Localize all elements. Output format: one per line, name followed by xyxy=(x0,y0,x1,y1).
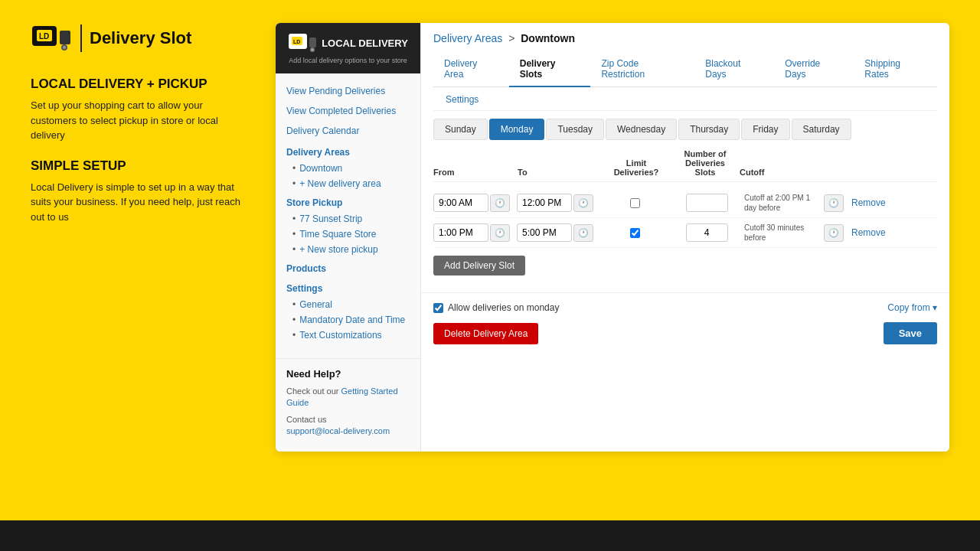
svg-rect-9 xyxy=(309,37,316,47)
svg-rect-3 xyxy=(60,31,70,44)
app-window: LD LOCAL DELIVERY Add local delivery opt… xyxy=(276,23,949,452)
feature-heading-2: SIMPLE SETUP xyxy=(31,158,245,174)
day-tab-friday[interactable]: Friday xyxy=(741,119,789,140)
slot2-limit-checkbox[interactable] xyxy=(630,228,640,238)
col-header-slots3: Slots xyxy=(671,168,740,177)
slot1-slots-cell xyxy=(672,194,741,212)
sidebar-help-title: Need Help? xyxy=(286,368,410,380)
sidebar-navigation: View Pending Deliveries View Completed D… xyxy=(276,73,420,350)
footer-right: Copy from ▾ xyxy=(887,302,937,313)
sidebar-section-delivery-areas: Delivery Areas xyxy=(276,141,420,161)
sidebar-logo-icon: LD xyxy=(288,32,317,54)
slot1-to-clock[interactable]: 🕐 xyxy=(573,194,593,212)
breadcrumb: Delivery Areas > Downtown xyxy=(433,32,937,44)
slot2-cutoff-text: Cutoff 30 minutes before xyxy=(744,223,821,243)
slot2-to-clock[interactable]: 🕐 xyxy=(573,224,593,242)
sidebar-item-text-customizations[interactable]: Text Customizations xyxy=(276,328,420,343)
sidebar-item-downtown[interactable]: Downtown xyxy=(276,161,420,176)
tab-zip-code[interactable]: Zip Code Restriction xyxy=(590,52,694,87)
slot2-from-group: 🕐 xyxy=(433,223,514,242)
slot1-remove-link[interactable]: Remove xyxy=(851,197,886,208)
copy-from-link[interactable]: Copy from ▾ xyxy=(887,302,937,313)
day-tab-monday[interactable]: Monday xyxy=(489,119,545,140)
settings-link[interactable]: Settings xyxy=(446,94,479,105)
slot2-cutoff-cell: Cutoff 30 minutes before 🕐 xyxy=(744,223,844,243)
slots-table-header: From To Limit Deliveries? Number of Deli… xyxy=(433,149,937,182)
slot2-to-input[interactable] xyxy=(517,223,572,242)
breadcrumb-link[interactable]: Delivery Areas xyxy=(433,32,502,44)
tab-delivery-area[interactable]: Delivery Area xyxy=(433,52,509,87)
delete-delivery-area-button[interactable]: Delete Delivery Area xyxy=(433,323,538,344)
feature-heading-1: LOCAL DELIVERY + PICKUP xyxy=(31,77,245,92)
svg-point-5 xyxy=(63,46,66,49)
sidebar-help-contact: Contact ussupport@local-delivery.com xyxy=(286,414,410,438)
col-header-slots2: Deliveries xyxy=(671,158,740,168)
sidebar-item-new-store[interactable]: + New store pickup xyxy=(276,242,420,257)
day-tab-saturday[interactable]: Saturday xyxy=(792,119,851,140)
slots-table: From To Limit Deliveries? Number of Deli… xyxy=(421,140,949,285)
allow-deliveries-checkbox[interactable] xyxy=(433,303,443,313)
feature-desc-1: Set up your shopping cart to allow your … xyxy=(31,98,245,143)
sidebar-link-completed[interactable]: View Completed Deliveries xyxy=(276,101,420,121)
footer-bar xyxy=(0,520,980,551)
tab-delivery-slots[interactable]: Delivery Slots xyxy=(509,52,591,87)
slot1-from-clock[interactable]: 🕐 xyxy=(490,194,510,212)
sidebar-logo-box: LD LOCAL DELIVERY Add local delivery opt… xyxy=(276,23,420,73)
tab-override-days[interactable]: Override Days xyxy=(774,52,854,87)
sidebar-link-pending[interactable]: View Pending Deliveries xyxy=(276,81,420,101)
slot1-cutoff-text: Cutoff at 2:00 PM 1 day before xyxy=(744,193,821,213)
sidebar-section-store-pickup: Store Pickup xyxy=(276,191,420,211)
col-header-to: To xyxy=(518,168,602,177)
footer-actions: Allow deliveries on monday Copy from ▾ xyxy=(421,292,949,322)
app-main-content: Delivery Areas > Downtown Delivery Area … xyxy=(421,23,949,452)
slot2-slots-input[interactable] xyxy=(686,223,728,242)
tab-blackout-days[interactable]: Blackout Days xyxy=(694,52,774,87)
slot2-slots-cell xyxy=(672,223,741,242)
allow-deliveries-row: Allow deliveries on monday xyxy=(433,302,559,313)
day-tabs: Sunday Monday Tuesday Wednesday Thursday… xyxy=(421,111,949,140)
day-tab-wednesday[interactable]: Wednesday xyxy=(606,119,677,140)
col-header-from: From xyxy=(433,168,518,177)
col-header-cutoff: Cutoff xyxy=(740,168,839,177)
main-logo-area: LD Delivery Slot xyxy=(31,23,245,54)
sidebar-item-mandatory[interactable]: Mandatory Date and Time xyxy=(276,312,420,328)
slot1-cutoff-clock[interactable]: 🕐 xyxy=(824,194,844,212)
slot2-from-input[interactable] xyxy=(433,223,488,242)
sidebar-item-times-square[interactable]: Time Square Store xyxy=(276,227,420,242)
slot2-remove-link[interactable]: Remove xyxy=(851,227,886,238)
slot-row-2: 🕐 🕐 xyxy=(433,218,937,248)
delivery-header: Delivery Areas > Downtown Delivery Area … xyxy=(421,23,949,111)
app-sidebar: LD LOCAL DELIVERY Add local delivery opt… xyxy=(276,23,421,452)
slot1-limit-checkbox[interactable] xyxy=(630,198,640,208)
slot2-from-clock[interactable]: 🕐 xyxy=(490,224,510,242)
col-header-limit2: Deliveries? xyxy=(602,168,671,177)
svg-point-11 xyxy=(312,49,314,51)
svg-text:LD: LD xyxy=(293,39,300,44)
footer-left: Allow deliveries on monday xyxy=(433,302,559,313)
slot2-cutoff-clock[interactable]: 🕐 xyxy=(824,224,844,242)
sidebar-help-getting-started: Check out our Getting Started Guide xyxy=(286,386,410,409)
col-header-limit1: Limit xyxy=(602,158,671,168)
settings-row: Settings xyxy=(433,87,937,111)
save-button[interactable]: Save xyxy=(884,322,937,344)
slot1-slots-input[interactable] xyxy=(686,194,728,212)
tabs-bar: Delivery Area Delivery Slots Zip Code Re… xyxy=(433,52,937,87)
sidebar-item-new-delivery[interactable]: + New delivery area xyxy=(276,176,420,191)
day-tab-sunday[interactable]: Sunday xyxy=(433,119,488,140)
contact-link[interactable]: support@local-delivery.com xyxy=(286,426,390,435)
col-header-slots1: Number of xyxy=(671,149,740,158)
day-tab-thursday[interactable]: Thursday xyxy=(678,119,740,140)
day-tab-tuesday[interactable]: Tuesday xyxy=(546,119,604,140)
slot2-to-group: 🕐 xyxy=(517,223,597,242)
add-delivery-slot-button[interactable]: Add Delivery Slot xyxy=(433,256,525,276)
slot1-from-group: 🕐 xyxy=(433,194,514,212)
svg-text:LD: LD xyxy=(39,32,49,41)
sidebar-item-sunset[interactable]: 77 Sunset Strip xyxy=(276,211,420,227)
slot1-cutoff-cell: Cutoff at 2:00 PM 1 day before 🕐 xyxy=(744,193,844,213)
tab-shipping-rates[interactable]: Shipping Rates xyxy=(854,52,937,87)
slot1-to-input[interactable] xyxy=(517,194,572,212)
slot-row-1: 🕐 🕐 xyxy=(433,188,937,218)
sidebar-item-general[interactable]: General xyxy=(276,297,420,312)
sidebar-link-calendar[interactable]: Delivery Calendar xyxy=(276,121,420,141)
slot1-from-input[interactable] xyxy=(433,194,488,212)
